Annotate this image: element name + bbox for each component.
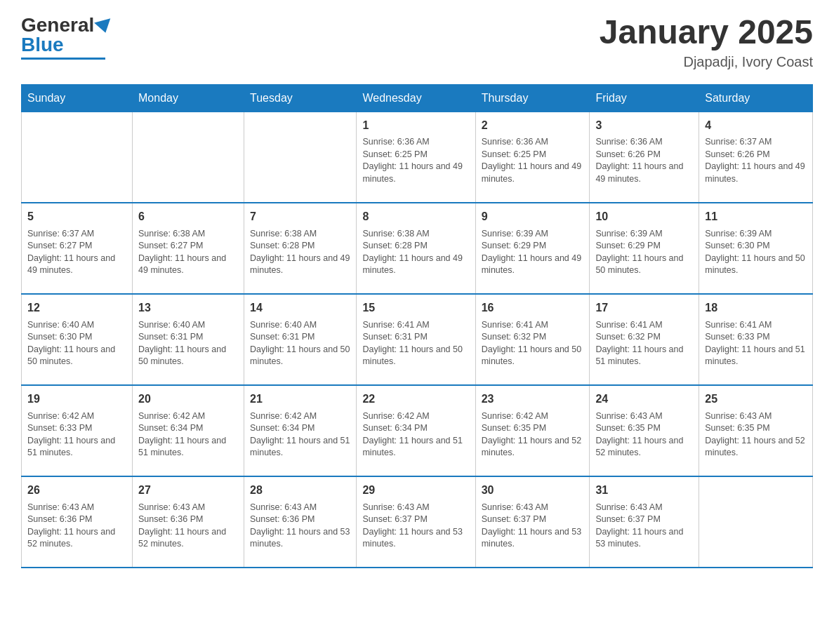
calendar-cell: 7Sunrise: 6:38 AMSunset: 6:28 PMDaylight… [244,203,357,294]
day-info: Daylight: 11 hours and 50 minutes. [250,344,350,368]
day-info: Daylight: 11 hours and 51 minutes. [705,344,807,368]
day-number: 9 [482,209,584,224]
day-info: Sunrise: 6:43 AM [595,502,693,514]
calendar-cell [22,112,133,203]
day-info: Sunset: 6:27 PM [27,240,126,253]
day-info: Sunrise: 6:43 AM [250,502,350,514]
day-info: Sunset: 6:34 PM [138,422,238,435]
day-info: Sunset: 6:26 PM [595,149,693,161]
day-info: Sunrise: 6:40 AM [138,319,238,332]
day-info: Sunset: 6:30 PM [705,240,807,253]
calendar-cell: 23Sunrise: 6:42 AMSunset: 6:35 PMDayligh… [475,385,590,476]
day-number: 30 [482,483,584,498]
day-info: Sunrise: 6:38 AM [138,228,238,241]
day-info: Daylight: 11 hours and 51 minutes. [138,435,238,459]
calendar-cell: 13Sunrise: 6:40 AMSunset: 6:31 PMDayligh… [133,294,244,385]
day-info: Daylight: 11 hours and 51 minutes. [362,435,469,459]
calendar-week-row: 5Sunrise: 6:37 AMSunset: 6:27 PMDaylight… [22,203,813,294]
day-number: 1 [362,118,469,133]
calendar-cell: 11Sunrise: 6:39 AMSunset: 6:30 PMDayligh… [699,203,813,294]
day-number: 13 [138,300,238,316]
day-number: 22 [362,391,469,407]
day-number: 29 [362,483,469,498]
day-info: Daylight: 11 hours and 53 minutes. [595,526,693,551]
calendar-cell: 2Sunrise: 6:36 AMSunset: 6:25 PMDaylight… [475,112,590,203]
day-info: Daylight: 11 hours and 50 minutes. [27,344,126,368]
day-number: 28 [250,483,350,498]
day-number: 8 [362,209,469,224]
calendar-week-row: 1Sunrise: 6:36 AMSunset: 6:25 PMDaylight… [22,112,813,203]
day-info: Daylight: 11 hours and 52 minutes. [705,435,807,459]
day-info: Sunrise: 6:43 AM [138,502,238,514]
day-number: 25 [705,391,807,407]
day-info: Daylight: 11 hours and 52 minutes. [27,526,126,551]
calendar-cell: 17Sunrise: 6:41 AMSunset: 6:32 PMDayligh… [590,294,699,385]
calendar-cell [699,476,813,568]
day-number: 5 [27,209,126,224]
day-info: Sunset: 6:32 PM [595,331,693,344]
calendar-cell [244,112,357,203]
calendar-cell: 18Sunrise: 6:41 AMSunset: 6:33 PMDayligh… [699,294,813,385]
day-number: 21 [250,391,350,407]
calendar-cell: 27Sunrise: 6:43 AMSunset: 6:36 PMDayligh… [133,476,244,568]
day-info: Sunrise: 6:42 AM [138,410,238,423]
day-info: Sunrise: 6:41 AM [482,319,584,332]
days-of-week-row: Sunday Monday Tuesday Wednesday Thursday… [22,84,813,112]
title-section: January 2025 Djapadji, Ivory Coast [600,14,813,70]
day-info: Daylight: 11 hours and 52 minutes. [482,435,584,459]
calendar-cell: 30Sunrise: 6:43 AMSunset: 6:37 PMDayligh… [475,476,590,568]
calendar-table: Sunday Monday Tuesday Wednesday Thursday… [21,84,813,569]
day-info: Sunset: 6:26 PM [705,149,807,161]
day-info: Sunset: 6:35 PM [482,422,584,435]
day-info: Sunrise: 6:42 AM [27,410,126,423]
day-number: 18 [705,300,807,316]
calendar-cell: 21Sunrise: 6:42 AMSunset: 6:34 PMDayligh… [244,385,357,476]
day-info: Sunrise: 6:37 AM [27,228,126,241]
day-number: 17 [595,300,693,316]
day-info: Sunset: 6:25 PM [362,149,469,161]
day-info: Sunrise: 6:39 AM [595,228,693,241]
day-number: 15 [362,300,469,316]
day-info: Sunrise: 6:38 AM [362,228,469,241]
day-info: Daylight: 11 hours and 49 minutes. [362,253,469,277]
day-number: 4 [705,118,807,133]
logo: General Blue [21,14,112,60]
day-info: Sunrise: 6:43 AM [705,410,807,423]
day-number: 6 [138,209,238,224]
logo-line [21,58,105,60]
day-info: Sunrise: 6:40 AM [250,319,350,332]
day-info: Sunset: 6:33 PM [705,331,807,344]
day-info: Sunrise: 6:42 AM [362,410,469,423]
col-sunday: Sunday [22,84,133,112]
day-info: Sunrise: 6:42 AM [482,410,584,423]
day-info: Sunset: 6:30 PM [27,331,126,344]
day-info: Sunset: 6:37 PM [362,514,469,526]
day-info: Sunrise: 6:36 AM [595,136,693,149]
day-info: Sunrise: 6:41 AM [362,319,469,332]
day-info: Daylight: 11 hours and 51 minutes. [595,344,693,368]
day-number: 14 [250,300,350,316]
calendar-cell: 14Sunrise: 6:40 AMSunset: 6:31 PMDayligh… [244,294,357,385]
calendar-cell: 8Sunrise: 6:38 AMSunset: 6:28 PMDaylight… [357,203,475,294]
day-info: Daylight: 11 hours and 51 minutes. [250,435,350,459]
col-wednesday: Wednesday [357,84,475,112]
day-info: Sunrise: 6:41 AM [705,319,807,332]
logo-blue-text: Blue [21,34,64,55]
day-info: Daylight: 11 hours and 50 minutes. [705,253,807,277]
calendar-cell: 3Sunrise: 6:36 AMSunset: 6:26 PMDaylight… [590,112,699,203]
day-number: 11 [705,209,807,224]
day-info: Daylight: 11 hours and 49 minutes. [138,253,238,277]
month-title: January 2025 [600,14,813,51]
calendar-week-row: 12Sunrise: 6:40 AMSunset: 6:30 PMDayligh… [22,294,813,385]
day-info: Sunset: 6:36 PM [27,514,126,526]
logo-triangle-icon [94,18,114,35]
day-info: Sunset: 6:31 PM [138,331,238,344]
day-number: 19 [27,391,126,407]
day-info: Sunset: 6:34 PM [362,422,469,435]
day-info: Daylight: 11 hours and 50 minutes. [482,344,584,368]
day-info: Sunset: 6:37 PM [482,514,584,526]
day-info: Sunrise: 6:43 AM [595,410,693,423]
calendar-cell: 22Sunrise: 6:42 AMSunset: 6:34 PMDayligh… [357,385,475,476]
day-number: 31 [595,483,693,498]
day-number: 23 [482,391,584,407]
